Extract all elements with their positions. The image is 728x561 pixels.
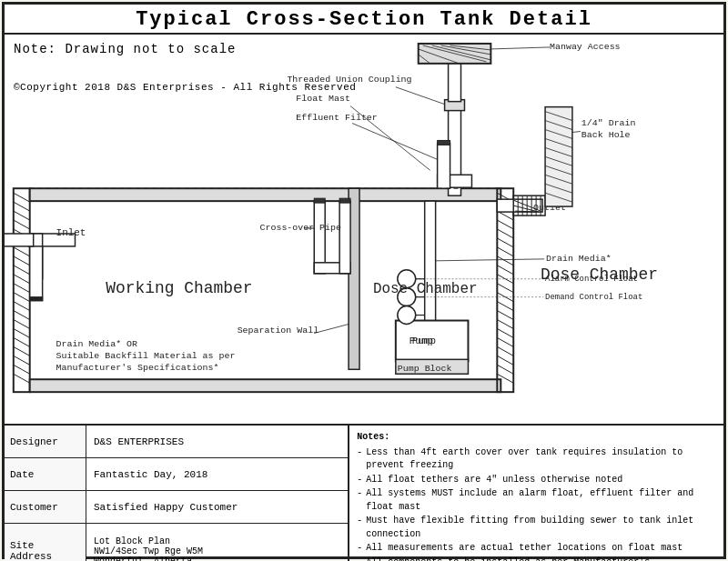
svg-text:Suitable Backfill Material as : Suitable Backfill Material as per [56, 351, 236, 361]
svg-rect-22 [30, 188, 501, 201]
svg-line-32 [497, 256, 513, 265]
svg-text:Back Hole: Back Hole [581, 130, 631, 140]
svg-line-21 [14, 374, 30, 383]
svg-rect-52 [5, 234, 34, 246]
note-text: Must have flexible fitting from building… [366, 515, 716, 541]
svg-line-7 [14, 247, 30, 256]
svg-line-31 [497, 247, 513, 256]
date-value: Fantastic Day, 2018 [86, 458, 215, 490]
main-container: Typical Cross-Section Tank Detail Note: … [2, 2, 726, 559]
svg-line-117 [572, 132, 581, 133]
notes-title: Notes: [357, 431, 716, 445]
note-dash: - [357, 515, 362, 541]
svg-text:Manway Access: Manway Access [550, 42, 621, 52]
svg-line-4 [14, 220, 30, 229]
info-left: Designer D&S ENTERPRISES Date Fantastic … [5, 426, 349, 561]
svg-line-43 [497, 356, 513, 365]
drawing-area: Note: Drawing not to scale ©Copyright 20… [5, 35, 723, 426]
svg-line-19 [14, 356, 30, 365]
svg-line-44 [497, 365, 513, 374]
svg-text:Separation  Wall: Separation Wall [238, 326, 318, 336]
svg-line-9 [14, 265, 30, 275]
customer-label: Customer [5, 491, 86, 523]
svg-line-8 [14, 256, 30, 265]
svg-text:Drain Media*: Drain Media* [546, 254, 612, 264]
site-value: Lot Block Plan NW1/4Sec Twp Rge W5M Wond… [86, 524, 210, 561]
svg-text:Pump  Block: Pump Block [398, 364, 452, 374]
svg-text:Threaded Union Coupling: Threaded Union Coupling [287, 75, 411, 85]
technical-drawing: Inlet Cross-over Pipe [5, 35, 723, 424]
svg-line-3 [14, 211, 30, 220]
svg-text:Inlet: Inlet [56, 227, 86, 238]
svg-line-15 [14, 320, 30, 329]
svg-rect-63 [438, 140, 450, 145]
site-label: Site Address [5, 524, 86, 561]
svg-line-12 [14, 293, 30, 302]
svg-rect-49 [30, 246, 43, 301]
svg-line-41 [497, 337, 513, 346]
note-dash: - [357, 487, 362, 514]
note-dash: - [357, 474, 362, 487]
date-label: Date [5, 458, 86, 490]
svg-line-16 [14, 328, 30, 337]
designer-value: D&S ENTERPRISES [86, 426, 191, 457]
svg-line-33 [497, 265, 513, 275]
svg-rect-50 [30, 297, 43, 301]
page-title: Typical Cross-Section Tank Detail [136, 8, 592, 31]
svg-text:1/4" Drain: 1/4" Drain [581, 118, 636, 128]
note-text: All components to be installed as per Ma… [366, 556, 716, 562]
svg-line-40 [497, 328, 513, 337]
svg-text:Manufacturer's Specifications*: Manufacturer's Specifications* [56, 363, 219, 373]
svg-rect-23 [30, 379, 501, 392]
svg-line-11 [14, 284, 30, 293]
svg-rect-57 [339, 198, 350, 203]
svg-line-20 [14, 365, 30, 374]
note-item: -Less than 4ft earth cover over tank req… [357, 446, 716, 473]
svg-text:Float Mast: Float Mast [296, 94, 350, 104]
svg-text:Drain Media* OR: Drain Media* OR [56, 339, 137, 349]
designer-row: Designer D&S ENTERPRISES [5, 426, 348, 458]
note-text: All float tethers are 4" unless otherwis… [366, 474, 716, 487]
note-text: Less than 4ft earth cover over tank requ… [366, 446, 716, 473]
note-item: -Must have flexible fitting from buildin… [357, 515, 716, 541]
customer-value: Satisfied Happy Customer [86, 491, 245, 523]
svg-line-13 [14, 302, 30, 311]
svg-rect-65 [449, 62, 461, 102]
date-row: Date Fantastic Day, 2018 [5, 458, 348, 491]
notes-list: -Less than 4ft earth cover over tank req… [357, 446, 716, 562]
note-text: All measurements are actual tether locat… [366, 542, 716, 556]
svg-rect-55 [339, 201, 350, 274]
svg-point-79 [398, 306, 416, 325]
svg-text:Effluent Filter: Effluent Filter [296, 113, 377, 123]
svg-line-28 [497, 220, 513, 229]
svg-line-112 [352, 124, 438, 160]
svg-line-42 [497, 346, 513, 356]
svg-line-17 [14, 337, 30, 346]
note-dash: - [357, 542, 362, 556]
svg-text:Pump: Pump [410, 336, 433, 346]
title-area: Typical Cross-Section Tank Detail [5, 5, 723, 35]
svg-text:Cross-over  Pipe: Cross-over Pipe [260, 223, 341, 233]
svg-line-123 [314, 325, 349, 334]
svg-line-29 [497, 229, 513, 238]
svg-rect-62 [438, 143, 450, 188]
note-item: -All systems MUST include an alarm float… [357, 487, 716, 514]
svg-line-10 [14, 275, 30, 284]
note-dash: - [357, 446, 362, 473]
svg-line-39 [497, 320, 513, 329]
site-row: Site Address Lot Block Plan NW1/4Sec Twp… [5, 524, 348, 561]
note-item: -All measurements are actual tether loca… [357, 542, 716, 556]
svg-text:Demand Control Float: Demand Control Float [545, 293, 642, 302]
svg-text:Alarm Control Float: Alarm Control Float [545, 275, 638, 284]
svg-line-30 [497, 238, 513, 247]
svg-line-1 [14, 193, 30, 202]
svg-text:Dose Chamber: Dose Chamber [373, 281, 478, 297]
svg-text:Working Chamber: Working Chamber [106, 279, 252, 297]
svg-rect-56 [314, 198, 325, 203]
info-section: Designer D&S ENTERPRISES Date Fantastic … [5, 426, 723, 561]
note-item: -All components to be installed as per M… [357, 556, 716, 562]
svg-line-14 [14, 311, 30, 320]
svg-line-35 [497, 284, 513, 293]
svg-line-38 [497, 311, 513, 320]
note-text: All systems MUST include an alarm float,… [366, 487, 716, 514]
